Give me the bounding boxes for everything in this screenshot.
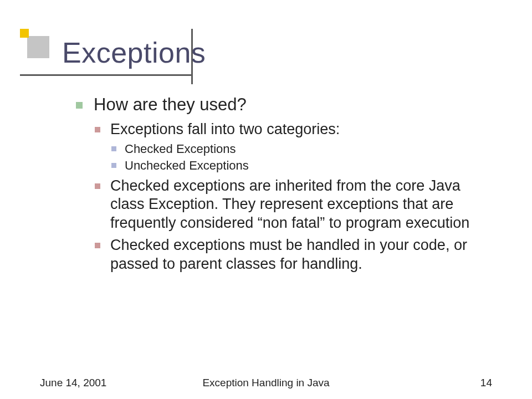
footer-page-number: 14 — [480, 377, 492, 389]
footer-center: Exception Handling in Java — [0, 377, 532, 389]
list-item-text: Checked exceptions are inherited from th… — [110, 177, 469, 232]
list-item: Checked exceptions are inherited from th… — [94, 177, 493, 233]
bullet-list-level3: Checked Exceptions Unchecked Exceptions — [110, 141, 493, 173]
slide: Exceptions How are they used? Exceptions… — [0, 0, 532, 399]
list-item-text: Checked exceptions must be handled in yo… — [110, 237, 467, 272]
list-item: Unchecked Exceptions — [110, 158, 493, 173]
list-item-text: Checked Exceptions — [125, 142, 236, 156]
bullet-list-level1: How are they used? Exceptions fall into … — [75, 94, 493, 273]
deco-line-vertical-tail — [191, 74, 193, 84]
slide-footer: June 14, 2001 Exception Handling in Java… — [0, 372, 532, 389]
slide-body: How are they used? Exceptions fall into … — [75, 94, 493, 279]
corner-decoration — [20, 29, 48, 57]
deco-yellow-square — [20, 29, 29, 38]
deco-grey-square — [27, 36, 49, 58]
list-item: Checked Exceptions — [110, 141, 493, 157]
bullet-list-level2: Exceptions fall into two categories: Che… — [94, 120, 493, 274]
list-item-text: Unchecked Exceptions — [125, 158, 249, 172]
list-item-text: How are they used? — [94, 95, 247, 114]
list-item: How are they used? Exceptions fall into … — [75, 94, 493, 273]
list-item: Exceptions fall into two categories: Che… — [94, 120, 493, 173]
slide-title: Exceptions — [62, 36, 206, 69]
list-item-text: Exceptions fall into two categories: — [110, 121, 340, 137]
list-item: Checked exceptions must be handled in yo… — [94, 236, 493, 274]
deco-line-horizontal — [20, 74, 191, 76]
